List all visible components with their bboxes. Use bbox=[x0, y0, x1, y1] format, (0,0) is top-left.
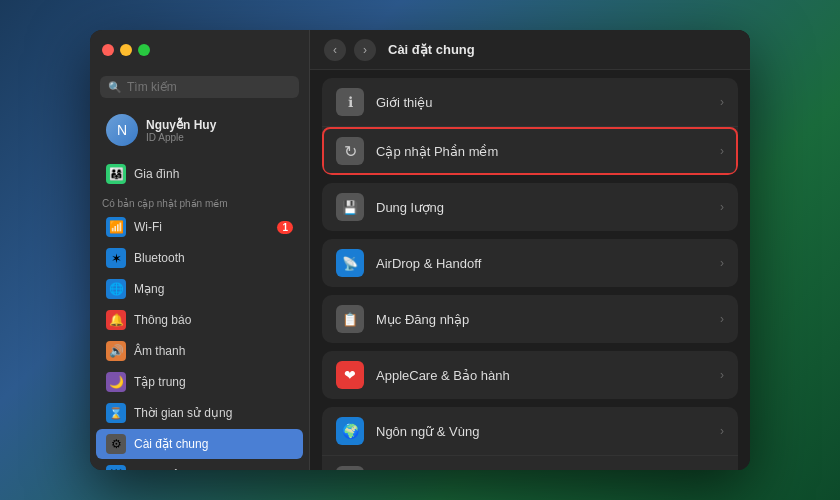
notifications-icon: 🔔 bbox=[106, 310, 126, 330]
sidebar-titlebar bbox=[90, 30, 309, 70]
main-content: ‹ › Cài đặt chung ℹ Giới thiệu › ↻ Cập n… bbox=[310, 30, 750, 470]
sidebar-scroll: 👨‍👩‍👧 Gia đình Có bản cập nhật phần mềm … bbox=[90, 154, 309, 470]
applecare-icon: ❤ bbox=[336, 361, 364, 389]
wifi-icon: 📶 bbox=[106, 217, 126, 237]
sidebar-item-label: Giao diện bbox=[134, 468, 186, 470]
settings-group-1: ℹ Giới thiệu › ↻ Cập nhật Phần mềm › bbox=[322, 78, 738, 175]
settings-group-3: 📡 AirDrop & Handoff › bbox=[322, 239, 738, 287]
row-label: AppleCare & Bảo hành bbox=[376, 368, 708, 383]
settings-row-ngonngu[interactable]: 🌍 Ngôn ngữ & Vùng › bbox=[322, 407, 738, 456]
sidebar-item-label: Thời gian sử dụng bbox=[134, 406, 232, 420]
settings-row-ngaygio[interactable]: 🕐 Ngày & Giờ › bbox=[322, 456, 738, 470]
general-settings-icon: ⚙ bbox=[106, 434, 126, 454]
sidebar-item-label: Mạng bbox=[134, 282, 164, 296]
settings-group-6: 🌍 Ngôn ngữ & Vùng › 🕐 Ngày & Giờ › bbox=[322, 407, 738, 470]
sidebar-item-label: Bluetooth bbox=[134, 251, 185, 265]
sidebar-item-thongbao[interactable]: 🔔 Thông báo bbox=[96, 305, 303, 335]
sidebar-item-giaodien[interactable]: 🖼 Giao diện bbox=[96, 460, 303, 470]
chevron-right-icon: › bbox=[720, 200, 724, 214]
sidebar: 🔍 N Nguyễn Huy ID Apple 👨‍👩‍👧 Gia đình C… bbox=[90, 30, 310, 470]
focus-icon: 🌙 bbox=[106, 372, 126, 392]
storage-icon: 💾 bbox=[336, 193, 364, 221]
row-label: Giới thiệu bbox=[376, 95, 708, 110]
row-label: Ngôn ngữ & Vùng bbox=[376, 424, 708, 439]
sidebar-item-label: Wi-Fi bbox=[134, 220, 162, 234]
row-label: Mục Đăng nhập bbox=[376, 312, 708, 327]
sidebar-item-label: Thông báo bbox=[134, 313, 191, 327]
sound-icon: 🔊 bbox=[106, 341, 126, 361]
login-items-icon: 📋 bbox=[336, 305, 364, 333]
settings-group-2: 💾 Dung lượng › bbox=[322, 183, 738, 231]
sidebar-item-label: Cài đặt chung bbox=[134, 437, 208, 451]
chevron-right-icon: › bbox=[720, 368, 724, 382]
sidebar-item-label: Tập trung bbox=[134, 375, 186, 389]
language-icon: 🌍 bbox=[336, 417, 364, 445]
appearance-icon: 🖼 bbox=[106, 465, 126, 470]
chevron-right-icon: › bbox=[720, 95, 724, 109]
sidebar-item-amthanh[interactable]: 🔊 Âm thanh bbox=[96, 336, 303, 366]
about-icon: ℹ bbox=[336, 88, 364, 116]
user-name: Nguyễn Huy bbox=[146, 118, 216, 132]
sidebar-item-bluetooth[interactable]: ✶ Bluetooth bbox=[96, 243, 303, 273]
close-button[interactable] bbox=[102, 44, 114, 56]
main-titlebar: ‹ › Cài đặt chung bbox=[310, 30, 750, 70]
search-icon: 🔍 bbox=[108, 81, 122, 94]
avatar: N bbox=[106, 114, 138, 146]
user-profile-item[interactable]: N Nguyễn Huy ID Apple bbox=[96, 108, 303, 152]
page-title: Cài đặt chung bbox=[388, 42, 475, 57]
sidebar-item-mang[interactable]: 🌐 Mạng bbox=[96, 274, 303, 304]
screentime-icon: ⌛ bbox=[106, 403, 126, 423]
user-info: Nguyễn Huy ID Apple bbox=[146, 118, 216, 143]
user-sub: ID Apple bbox=[146, 132, 216, 143]
update-badge: 1 bbox=[277, 221, 293, 234]
settings-row-airdrop[interactable]: 📡 AirDrop & Handoff › bbox=[322, 239, 738, 287]
sidebar-item-taptrung[interactable]: 🌙 Tập trung bbox=[96, 367, 303, 397]
back-button[interactable]: ‹ bbox=[324, 39, 346, 61]
date-time-icon: 🕐 bbox=[336, 466, 364, 470]
row-label: Dung lượng bbox=[376, 200, 708, 215]
family-icon: 👨‍👩‍👧 bbox=[106, 164, 126, 184]
chevron-right-icon: › bbox=[720, 256, 724, 270]
chevron-right-icon: › bbox=[720, 312, 724, 326]
settings-row-capnhat[interactable]: ↻ Cập nhật Phần mềm › bbox=[322, 127, 738, 175]
settings-group-4: 📋 Mục Đăng nhập › bbox=[322, 295, 738, 343]
row-label: AirDrop & Handoff bbox=[376, 256, 708, 271]
forward-button[interactable]: › bbox=[354, 39, 376, 61]
bluetooth-icon: ✶ bbox=[106, 248, 126, 268]
settings-group-5: ❤ AppleCare & Bảo hành › bbox=[322, 351, 738, 399]
settings-row-gioithieu[interactable]: ℹ Giới thiệu › bbox=[322, 78, 738, 127]
airdrop-icon: 📡 bbox=[336, 249, 364, 277]
maximize-button[interactable] bbox=[138, 44, 150, 56]
sidebar-item-label: Âm thanh bbox=[134, 344, 185, 358]
network-icon: 🌐 bbox=[106, 279, 126, 299]
search-input[interactable] bbox=[127, 80, 291, 94]
sidebar-item-wifi[interactable]: 📶 Wi-Fi 1 bbox=[96, 212, 303, 242]
sidebar-item-giading[interactable]: 👨‍👩‍👧 Gia đình bbox=[96, 159, 303, 189]
sidebar-item-label: Gia đình bbox=[134, 167, 179, 181]
chevron-right-icon: › bbox=[720, 144, 724, 158]
minimize-button[interactable] bbox=[120, 44, 132, 56]
sidebar-item-caidatchung[interactable]: ⚙ Cài đặt chung bbox=[96, 429, 303, 459]
settings-row-dunluong[interactable]: 💾 Dung lượng › bbox=[322, 183, 738, 231]
settings-row-applecare[interactable]: ❤ AppleCare & Bảo hành › bbox=[322, 351, 738, 399]
settings-row-mucdangnhap[interactable]: 📋 Mục Đăng nhập › bbox=[322, 295, 738, 343]
settings-list: ℹ Giới thiệu › ↻ Cập nhật Phần mềm › 💾 D… bbox=[310, 70, 750, 470]
search-bar[interactable]: 🔍 bbox=[100, 76, 299, 98]
sidebar-section-label: Có bản cập nhật phần mềm bbox=[90, 190, 309, 211]
sidebar-item-thoigian[interactable]: ⌛ Thời gian sử dụng bbox=[96, 398, 303, 428]
row-label: Cập nhật Phần mềm bbox=[376, 144, 708, 159]
chevron-right-icon: › bbox=[720, 424, 724, 438]
software-update-icon: ↻ bbox=[336, 137, 364, 165]
system-preferences-window: 🔍 N Nguyễn Huy ID Apple 👨‍👩‍👧 Gia đình C… bbox=[90, 30, 750, 470]
